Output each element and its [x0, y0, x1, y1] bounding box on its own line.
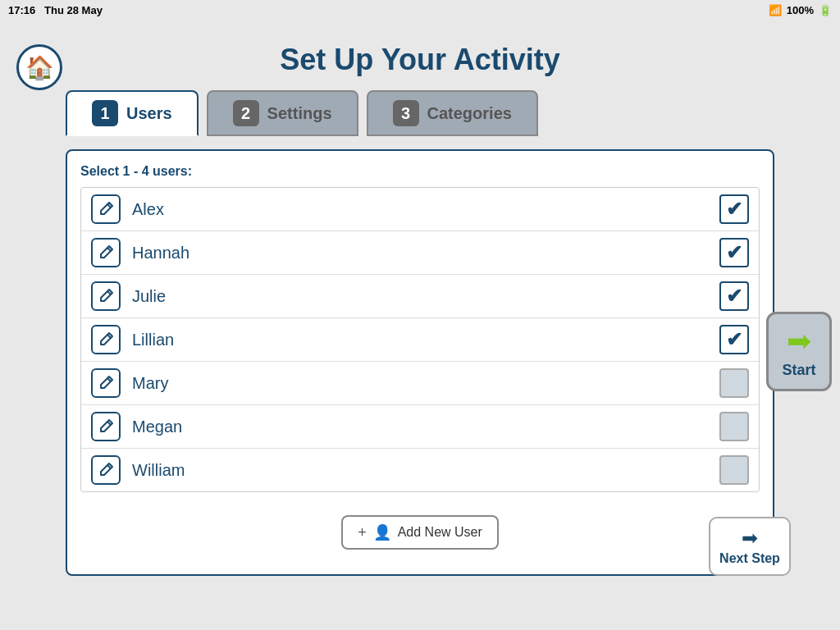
checkbox-megan[interactable] [719, 412, 749, 441]
next-step-arrow-icon: ➡ [742, 527, 758, 550]
user-name-alex: Alex [132, 200, 719, 219]
pencil-icon [98, 462, 114, 478]
users-panel: Select 1 - 4 users: Alex ✔ [66, 149, 774, 576]
start-button[interactable]: ➡ Start [766, 312, 832, 391]
checkbox-mary[interactable] [719, 368, 749, 398]
checkbox-william[interactable] [719, 455, 749, 485]
status-bar: 17:16 Thu 28 May 📶 100% 🔋 [0, 0, 840, 20]
tabs-container: 1 Users 2 Settings 3 Categories [66, 90, 774, 136]
tab-settings[interactable]: 2 Settings [207, 90, 358, 136]
user-list: Alex ✔ Hannah ✔ [80, 187, 760, 492]
status-time-date: 17:16 Thu 28 May [8, 4, 103, 16]
edit-icon-julie[interactable] [91, 281, 121, 311]
edit-icon-lillian[interactable] [91, 325, 121, 354]
checkbox-hannah[interactable]: ✔ [719, 238, 749, 267]
add-user-label: Add New User [398, 525, 482, 540]
status-date: Thu 28 May [44, 4, 103, 16]
page-title: Set Up Your Activity [16, 28, 824, 90]
battery-percent: 100% [787, 4, 814, 16]
select-label: Select 1 - 4 users: [80, 164, 760, 179]
pencil-icon [98, 244, 114, 261]
user-name-megan: Megan [132, 418, 719, 436]
tab-users-number: 1 [92, 100, 118, 126]
edit-icon-william[interactable] [91, 455, 121, 485]
checkmark-lillian: ✔ [726, 328, 742, 351]
user-name-william: William [132, 461, 719, 480]
checkmark-hannah: ✔ [726, 241, 742, 264]
battery-icon: 🔋 [819, 4, 832, 16]
checkbox-alex[interactable]: ✔ [719, 194, 749, 224]
edit-icon-mary[interactable] [91, 368, 121, 398]
edit-icon-megan[interactable] [91, 412, 121, 441]
user-row-megan[interactable]: Megan [81, 405, 759, 449]
home-icon: 🏠 [25, 54, 54, 81]
checkmark-julie: ✔ [726, 285, 742, 308]
user-name-lillian: Lillian [132, 331, 719, 349]
pencil-icon [98, 201, 114, 217]
tab-settings-label: Settings [267, 104, 332, 123]
pencil-icon [98, 331, 114, 348]
pencil-icon [98, 288, 114, 304]
start-label: Start [782, 362, 815, 379]
edit-icon-hannah[interactable] [91, 238, 121, 267]
user-row-william[interactable]: William [81, 449, 759, 491]
start-arrow-icon: ➡ [787, 324, 811, 358]
user-row-mary[interactable]: Mary [81, 362, 759, 405]
tab-users-label: Users [126, 104, 172, 123]
edit-icon-alex[interactable] [91, 194, 121, 224]
user-name-julie: Julie [132, 287, 719, 306]
user-name-mary: Mary [132, 374, 719, 393]
home-button[interactable]: 🏠 [16, 44, 62, 90]
user-row-hannah[interactable]: Hannah ✔ [81, 231, 759, 275]
tab-categories-number: 3 [393, 100, 419, 126]
pencil-icon [98, 418, 114, 435]
checkbox-julie[interactable]: ✔ [719, 281, 749, 311]
status-time: 17:16 [8, 4, 35, 16]
add-new-user-button[interactable]: + 👤 Add New User [341, 515, 499, 550]
tab-categories-label: Categories [427, 104, 512, 123]
checkbox-lillian[interactable]: ✔ [719, 325, 749, 354]
wifi-icon: 📶 [769, 4, 782, 16]
tab-settings-number: 2 [233, 100, 259, 126]
next-step-button[interactable]: ➡ Next Step [709, 517, 791, 576]
next-step-label: Next Step [719, 551, 780, 566]
tab-users[interactable]: 1 Users [66, 90, 199, 136]
status-right: 📶 100% 🔋 [769, 4, 832, 16]
checkmark-alex: ✔ [726, 198, 742, 221]
pencil-icon [98, 375, 114, 391]
user-row-julie[interactable]: Julie ✔ [81, 275, 759, 318]
plus-icon: + [358, 524, 367, 541]
user-row-alex[interactable]: Alex ✔ [81, 188, 759, 231]
person-icon: 👤 [373, 523, 391, 541]
main-content: 🏠 Set Up Your Activity 1 Users 2 Setting… [0, 20, 840, 584]
user-name-hannah: Hannah [132, 244, 719, 262]
tab-categories[interactable]: 3 Categories [367, 90, 538, 136]
user-row-lillian[interactable]: Lillian ✔ [81, 318, 759, 362]
